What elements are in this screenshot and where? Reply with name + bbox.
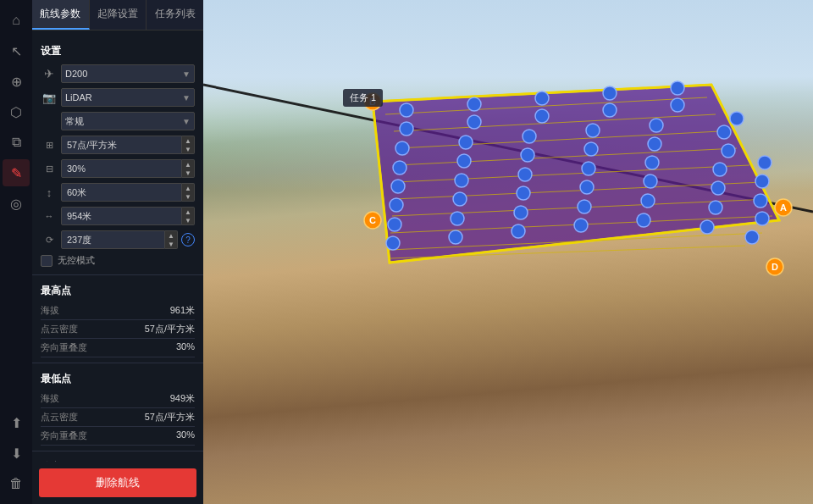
lowest-altitude-val: 949米 <box>170 392 195 405</box>
altitude-row: ↕ 60米 ▲ ▼ <box>32 180 203 204</box>
angle-row: ⟳ 237度 ▲ ▼ ? <box>32 228 203 252</box>
point-density-row: ⊞ 57点/平方米 ▲ ▼ <box>32 133 203 157</box>
distance-value[interactable]: 954米 <box>61 207 182 225</box>
lowest-altitude-key: 海拔 <box>41 392 59 405</box>
highest-altitude-key: 海拔 <box>41 304 59 317</box>
distance-spinners: ▲ ▼ <box>182 207 195 225</box>
icon-nav: ⌂ ↖ ⊕ ⬡ ⧉ ✎ ◎ ⬆ ⬇ 🗑 <box>0 0 32 504</box>
nav-edit[interactable]: ✎ <box>3 159 30 186</box>
lowest-point-title: 最低点 <box>32 368 203 390</box>
settings-title: 设置 <box>32 41 203 62</box>
point-density-down[interactable]: ▼ <box>182 145 194 153</box>
map-area[interactable]: 任务 1 <box>203 0 813 504</box>
app-container: ⌂ ↖ ⊕ ⬡ ⧉ ✎ ◎ ⬆ ⬇ 🗑 航线参数 起降设置 任务列表 设置 ✈ … <box>0 0 813 504</box>
lowest-point-table: 海拔 949米 点云密度 57点/平方米 旁向重叠度 30% <box>32 390 203 446</box>
lowest-overlap-row: 旁向重叠度 30% <box>41 427 195 446</box>
tab-flight-params[interactable]: 航线参数 <box>32 0 90 30</box>
nav-trash[interactable]: 🗑 <box>3 470 30 497</box>
mode-row: 常规 ▼ <box>32 109 203 133</box>
nav-layers[interactable]: ⧉ <box>3 129 30 156</box>
angle-spinners: ▲ ▼ <box>165 230 178 249</box>
highest-point-title: 最高点 <box>32 280 203 302</box>
nav-polygon[interactable]: ⬡ <box>3 98 30 125</box>
side-overlap-down[interactable]: ▼ <box>182 169 194 177</box>
side-overlap-up[interactable]: ▲ <box>182 160 194 169</box>
highest-overlap-row: 旁向重叠度 30% <box>41 339 195 357</box>
lowest-density-row: 点云密度 57点/平方米 <box>41 408 195 427</box>
altitude-input: 60米 ▲ ▼ <box>61 183 195 202</box>
lowest-overlap-val: 30% <box>176 429 195 442</box>
sidebar: 航线参数 起降设置 任务列表 设置 ✈ D200 ▼ 📷 LiDAR ▼ <box>32 0 203 504</box>
highest-overlap-val: 30% <box>176 341 195 354</box>
overlap-side-icon: ⊟ <box>41 163 58 174</box>
drone-row: ✈ D200 ▼ <box>32 62 203 86</box>
altitude-spinners: ▲ ▼ <box>182 183 195 202</box>
sensor-row: 📷 LiDAR ▼ <box>32 86 203 109</box>
side-overlap-spinners: ▲ ▼ <box>182 159 195 178</box>
distance-icon: ↔ <box>41 211 58 221</box>
highest-density-key: 点云密度 <box>41 323 78 335</box>
divider-2 <box>32 363 203 363</box>
lowest-altitude-row: 海拔 949米 <box>41 390 195 408</box>
distance-up[interactable]: ▲ <box>182 208 194 216</box>
sensor-select[interactable]: LiDAR ▼ <box>61 88 195 107</box>
altitude-down[interactable]: ▼ <box>182 192 194 201</box>
tab-formation[interactable]: 起降设置 <box>90 0 147 30</box>
camera-icon: 📷 <box>41 91 58 104</box>
nav-home[interactable]: ⌂ <box>3 7 30 34</box>
drone-icon: ✈ <box>41 67 58 80</box>
lowest-overlap-key: 旁向重叠度 <box>41 429 87 442</box>
nav-import[interactable]: ⬆ <box>3 409 30 436</box>
point-density-spinners: ▲ ▼ <box>182 136 195 154</box>
no-control-row: 无控模式 <box>32 252 203 269</box>
highest-altitude-row: 海拔 961米 <box>41 302 195 320</box>
no-control-label: 无控模式 <box>58 254 95 267</box>
angle-down[interactable]: ▼ <box>165 240 177 248</box>
point-density-input: 57点/平方米 ▲ ▼ <box>61 136 195 154</box>
grid-icon: ⊞ <box>41 140 58 151</box>
distance-down[interactable]: ▼ <box>182 216 194 224</box>
no-control-checkbox[interactable] <box>41 255 53 267</box>
nav-export[interactable]: ⬇ <box>3 440 30 467</box>
sky-overlay <box>203 0 813 191</box>
altitude-value[interactable]: 60米 <box>61 183 182 202</box>
angle-help[interactable]: ? <box>181 233 195 246</box>
nav-cursor[interactable]: ↖ <box>3 37 30 64</box>
mode-select-arrow: ▼ <box>182 117 191 126</box>
point-density-up[interactable]: ▲ <box>182 136 194 145</box>
nav-circle[interactable]: ◎ <box>3 190 30 217</box>
highest-density-val: 57点/平方米 <box>145 323 195 335</box>
highest-point-table: 海拔 961米 点云密度 57点/平方米 旁向重叠度 30% <box>32 302 203 357</box>
drone-select-arrow: ▼ <box>182 69 191 79</box>
altitude-icon: ↕ <box>41 186 58 199</box>
angle-icon: ⟳ <box>41 235 58 246</box>
distance-row: ↔ 954米 ▲ ▼ <box>32 204 203 228</box>
lowest-density-key: 点云密度 <box>41 411 78 424</box>
nav-zoom[interactable]: ⊕ <box>3 68 30 95</box>
sensor-select-arrow: ▼ <box>182 93 191 102</box>
altitude-up[interactable]: ▲ <box>182 184 194 192</box>
angle-input: 237度 ▲ ▼ <box>61 230 178 249</box>
drone-select[interactable]: D200 ▼ <box>61 64 195 83</box>
side-overlap-row: ⊟ 30% ▲ ▼ <box>32 157 203 180</box>
info-title: 信息 <box>32 457 203 462</box>
distance-input: 954米 ▲ ▼ <box>61 207 195 225</box>
divider-3 <box>32 451 203 451</box>
highest-overlap-key: 旁向重叠度 <box>41 341 87 354</box>
tab-bar: 航线参数 起降设置 任务列表 <box>32 0 203 30</box>
lowest-density-val: 57点/平方米 <box>145 411 195 424</box>
divider-1 <box>32 274 203 275</box>
side-overlap-input: 30% ▲ ▼ <box>61 159 195 178</box>
highest-density-row: 点云密度 57点/平方米 <box>41 320 195 339</box>
highest-altitude-val: 961米 <box>170 304 195 317</box>
angle-value[interactable]: 237度 <box>61 230 165 249</box>
side-overlap-value[interactable]: 30% <box>61 159 182 178</box>
mode-select[interactable]: 常规 ▼ <box>61 112 195 130</box>
delete-route-button[interactable]: 删除航线 <box>39 468 196 497</box>
tab-mission-list[interactable]: 任务列表 <box>147 0 203 30</box>
task-label: 任务 1 <box>343 89 383 107</box>
point-density-value[interactable]: 57点/平方米 <box>61 136 182 154</box>
angle-up[interactable]: ▲ <box>165 231 177 240</box>
sidebar-content: 设置 ✈ D200 ▼ 📷 LiDAR ▼ <box>32 30 203 462</box>
